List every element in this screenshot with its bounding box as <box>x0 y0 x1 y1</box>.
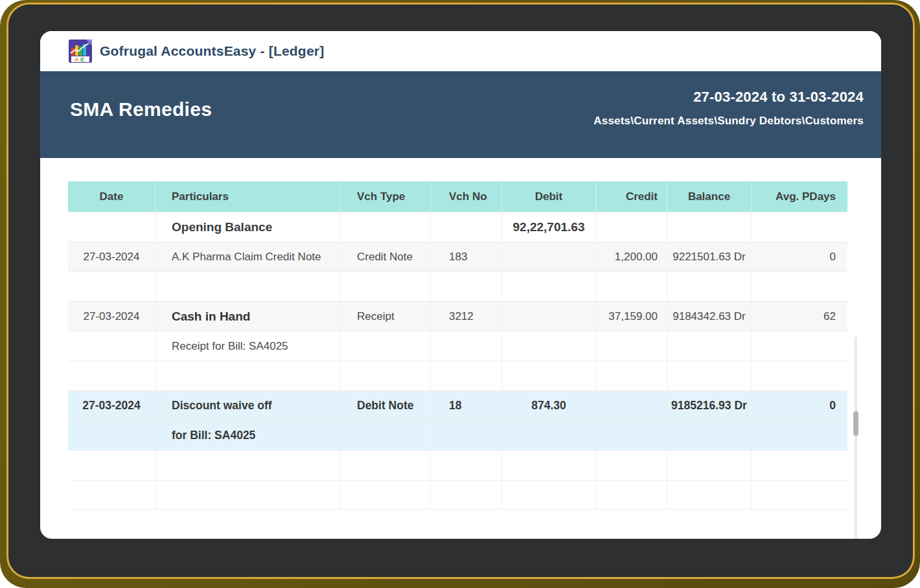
cell-particulars <box>155 272 340 301</box>
cell-vch-type <box>340 451 431 480</box>
cell-balance: 9185216.93 Dr <box>667 391 752 420</box>
table-row[interactable]: 27-03-2024Discount waive offDebit Note18… <box>68 390 847 420</box>
cell-debit <box>502 451 596 480</box>
ledger-header-band: SMA Remedies 27-03-2024 to 31-03-2024 As… <box>40 71 881 158</box>
account-breadcrumb: Assets\Current Assets\Sundry Debtors\Cus… <box>593 115 864 128</box>
cell-debit <box>502 302 596 331</box>
cell-vch-type <box>340 421 431 450</box>
table-row[interactable]: 27-03-2024Cash in HandReceipt321237,159.… <box>68 301 847 331</box>
cell-vch-type <box>340 332 431 361</box>
cell-vch-no: 183 <box>431 242 502 271</box>
column-header-credit: Credit <box>596 181 667 212</box>
cell-debit: 92,22,701.63 <box>502 212 596 242</box>
column-header-date: Date <box>68 181 155 212</box>
table-row-empty <box>68 450 847 480</box>
cell-vch-type <box>340 212 431 242</box>
cell-debit <box>502 332 596 361</box>
cell-avg-pdays: 62 <box>752 302 847 331</box>
cell-vch-no <box>431 421 502 450</box>
column-header-avg-pdays: Avg. PDays <box>752 181 847 212</box>
cell-vch-type: Credit Note <box>340 242 431 271</box>
cell-credit <box>596 421 667 450</box>
cell-vch-type <box>340 272 431 301</box>
cell-particulars <box>155 481 340 509</box>
cell-date <box>68 421 155 450</box>
cell-date <box>68 451 155 480</box>
cell-debit <box>502 481 596 509</box>
cell-date: 27-03-2024 <box>68 302 155 331</box>
cell-particulars: for Bill: SA4025 <box>155 421 340 450</box>
cell-date: 27-03-2024 <box>68 242 155 271</box>
table-row[interactable]: Receipt for Bill: SA4025 <box>68 331 847 361</box>
cell-vch-type <box>340 481 431 509</box>
cell-credit: 37,159.00 <box>596 302 667 331</box>
cell-particulars: Opening Balance <box>155 212 340 242</box>
cell-debit <box>502 361 596 390</box>
app-window: A E Gofrugal AccountsEasy - [Ledger] SMA… <box>40 31 881 539</box>
cell-vch-type <box>340 361 431 390</box>
cell-avg-pdays <box>752 332 847 361</box>
date-range: 27-03-2024 to 31-03-2024 <box>593 89 864 106</box>
cell-balance <box>667 361 752 390</box>
column-header-balance: Balance <box>667 181 752 212</box>
svg-text:E: E <box>80 56 84 63</box>
column-header-particulars: Particulars <box>155 181 340 212</box>
cell-particulars <box>155 361 340 390</box>
cell-date: 27-03-2024 <box>68 391 155 420</box>
cell-avg-pdays <box>752 361 847 390</box>
table-header-row: DateParticularsVch TypeVch NoDebitCredit… <box>68 181 847 212</box>
window-title: Gofrugal AccountsEasy - [Ledger] <box>100 43 324 59</box>
cell-credit <box>596 451 667 480</box>
table-row-empty <box>68 271 847 301</box>
cell-avg-pdays: 0 <box>752 242 847 271</box>
table-row[interactable]: Opening Balance92,22,701.63 <box>68 212 847 242</box>
scrollbar-thumb[interactable] <box>853 411 858 436</box>
ledger-header-meta: 27-03-2024 to 31-03-2024 Assets\Current … <box>593 89 864 128</box>
cell-balance <box>667 481 752 509</box>
cell-date <box>68 481 155 509</box>
cell-balance: 9221501.63 Dr <box>667 242 752 271</box>
cell-avg-pdays <box>752 272 847 301</box>
cell-vch-no: 18 <box>431 391 502 420</box>
cell-debit: 874.30 <box>502 391 596 420</box>
cell-balance <box>667 451 752 480</box>
vertical-scrollbar[interactable] <box>855 337 857 539</box>
ledger-table-area: DateParticularsVch TypeVch NoDebitCredit… <box>40 181 881 510</box>
cell-date <box>68 361 155 390</box>
cell-balance <box>667 272 752 301</box>
cell-credit <box>596 391 667 420</box>
cell-vch-no: 3212 <box>431 302 502 331</box>
cell-avg-pdays <box>752 421 847 450</box>
cell-credit <box>596 361 667 390</box>
cell-date <box>68 332 155 361</box>
column-header-debit: Debit <box>502 181 596 212</box>
cell-date <box>68 272 155 301</box>
cell-balance <box>667 421 752 450</box>
cell-balance: 9184342.63 Dr <box>667 302 752 331</box>
cell-date <box>68 212 155 242</box>
cell-particulars: Discount waive off <box>155 391 340 420</box>
cell-particulars: Receipt for Bill: SA4025 <box>155 332 340 361</box>
cell-particulars <box>155 451 340 480</box>
cell-avg-pdays <box>752 481 847 509</box>
cell-credit: 1,200.00 <box>596 242 667 271</box>
ledger-account-name: SMA Remedies <box>70 98 212 120</box>
table-row[interactable]: 27-03-2024A.K Pharma Claim Credit NoteCr… <box>68 242 847 271</box>
table-row-empty <box>68 480 847 510</box>
svg-text:A: A <box>75 56 79 63</box>
title-bar: A E Gofrugal AccountsEasy - [Ledger] <box>40 31 881 71</box>
cell-balance <box>667 212 752 242</box>
cell-debit <box>502 242 596 271</box>
device-bezel: A E Gofrugal AccountsEasy - [Ledger] SMA… <box>8 5 913 577</box>
cell-vch-no <box>431 212 502 242</box>
cell-avg-pdays: 0 <box>752 391 847 420</box>
cell-balance <box>667 332 752 361</box>
cell-particulars: A.K Pharma Claim Credit Note <box>155 242 340 271</box>
cell-vch-no <box>431 361 502 390</box>
cell-credit <box>596 332 667 361</box>
accountseasy-app-icon: A E <box>68 39 93 63</box>
table-row-empty <box>68 361 847 390</box>
device-frame: A E Gofrugal AccountsEasy - [Ledger] SMA… <box>0 0 920 588</box>
column-header-vch-type: Vch Type <box>340 181 431 212</box>
table-row[interactable]: for Bill: SA4025 <box>68 420 847 450</box>
